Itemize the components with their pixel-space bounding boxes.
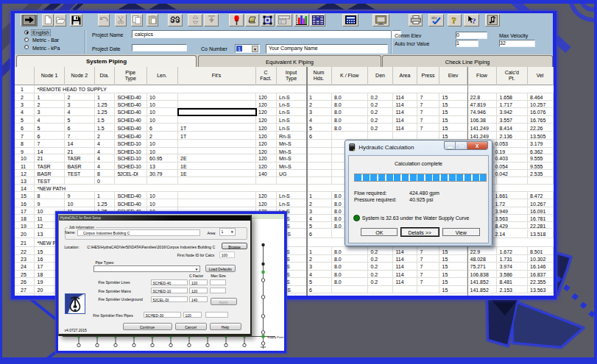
svg-text:?: ? [451,15,456,25]
svg-text:abc: abc [431,15,438,20]
svg-text:Supply Point: Supply Point [267,335,284,339]
svg-text:?: ? [472,16,476,25]
